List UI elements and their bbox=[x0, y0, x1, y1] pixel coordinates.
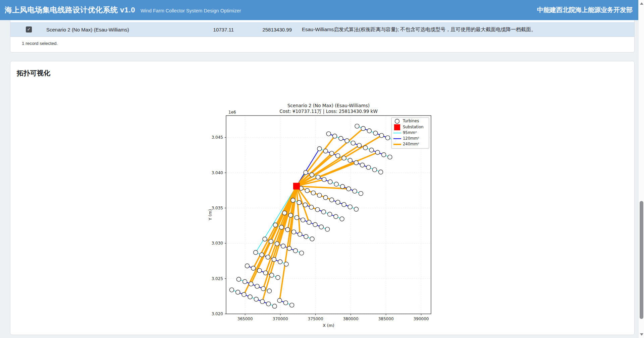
scrollbar-thumb[interactable] bbox=[640, 201, 643, 319]
legend-label: 120mm² bbox=[403, 136, 419, 141]
y-axis-offset-label: 1e6 bbox=[228, 110, 236, 115]
y-tick-label: 3.035 bbox=[212, 206, 223, 210]
turbine-marker bbox=[367, 129, 372, 133]
topology-figure: Scenario 2 (No Max) (Esau-Williams)Cost:… bbox=[202, 99, 443, 333]
y-tick-label: 3.040 bbox=[212, 171, 223, 175]
legend-label: 95mm² bbox=[403, 130, 417, 135]
x-tick-label: 370000 bbox=[273, 317, 288, 321]
turbine-marker bbox=[359, 191, 363, 196]
turbine-marker bbox=[345, 139, 349, 143]
y-axis-label: Y (m) bbox=[208, 209, 213, 221]
turbine-marker bbox=[266, 302, 271, 306]
turbine-marker bbox=[307, 220, 311, 224]
turbine-marker bbox=[328, 212, 332, 216]
topology-plot: Scenario 2 (No Max) (Esau-Williams)Cost:… bbox=[202, 99, 443, 332]
turbine-marker bbox=[334, 214, 338, 219]
turbine-marker bbox=[279, 225, 284, 229]
turbine-marker bbox=[311, 191, 316, 195]
turbine-marker bbox=[369, 148, 374, 152]
y-tick-label: 3.030 bbox=[212, 241, 223, 246]
turbine-marker bbox=[382, 152, 386, 157]
turbine-marker bbox=[322, 177, 326, 182]
turbine-marker bbox=[267, 289, 272, 293]
topology-card: 拓扑可视化 Scenario 2 (No Max) (Esau-Williams… bbox=[10, 61, 635, 335]
results-table-card: ✓ Scenario 2 (No Max) (Esau-Williams) 10… bbox=[10, 20, 635, 53]
x-tick-label: 365000 bbox=[237, 317, 253, 321]
turbine-marker bbox=[298, 232, 302, 236]
turbine-marker bbox=[379, 170, 383, 174]
row-checkbox[interactable]: ✓ bbox=[26, 26, 32, 32]
turbine-marker bbox=[354, 160, 359, 165]
turbine-marker bbox=[260, 299, 265, 304]
turbine-marker bbox=[373, 131, 378, 135]
turbine-marker bbox=[291, 230, 296, 234]
turbine-marker bbox=[276, 275, 280, 280]
turbine-marker bbox=[363, 146, 368, 150]
turbine-marker bbox=[249, 282, 253, 286]
turbine-marker bbox=[272, 257, 276, 262]
turbine-marker bbox=[260, 253, 264, 257]
turbine-marker bbox=[278, 260, 282, 264]
turbine-marker bbox=[261, 286, 265, 291]
page-scrollbar[interactable] bbox=[638, 0, 644, 338]
turbine-marker bbox=[266, 255, 270, 259]
turbine-marker bbox=[284, 262, 288, 266]
turbine-marker bbox=[315, 207, 320, 212]
turbine-marker bbox=[388, 155, 392, 159]
turbine-marker bbox=[360, 163, 365, 167]
turbine-marker bbox=[283, 300, 288, 305]
section-heading: 拓扑可视化 bbox=[10, 61, 634, 78]
turbine-marker bbox=[325, 227, 330, 231]
turbine-marker bbox=[323, 149, 328, 153]
turbine-marker bbox=[346, 187, 351, 191]
turbine-marker bbox=[313, 222, 317, 227]
legend-substation-icon bbox=[394, 124, 400, 130]
turbine-marker bbox=[257, 268, 262, 273]
turbine-marker bbox=[375, 150, 380, 154]
turbine-marker bbox=[342, 202, 346, 207]
turbine-marker bbox=[348, 205, 352, 209]
turbine-marker bbox=[309, 205, 314, 209]
turbine-marker bbox=[385, 136, 390, 140]
chart-title: Scenario 2 (No Max) (Esau-Williams) bbox=[287, 103, 370, 108]
turbine-marker bbox=[304, 171, 308, 175]
turbine-marker bbox=[229, 288, 234, 292]
x-tick-label: 375000 bbox=[308, 317, 323, 321]
turbine-marker bbox=[255, 284, 259, 288]
turbine-marker bbox=[294, 215, 299, 220]
turbine-marker bbox=[291, 198, 295, 202]
turbine-marker bbox=[242, 292, 246, 297]
x-tick-label: 390000 bbox=[414, 317, 429, 321]
turbine-marker bbox=[310, 173, 314, 177]
turbine-marker bbox=[317, 193, 322, 197]
turbine-marker bbox=[326, 132, 331, 136]
selection-status: 1 record selected. bbox=[22, 41, 58, 46]
turbine-marker bbox=[317, 147, 322, 151]
turbine-marker bbox=[316, 175, 320, 179]
x-axis-label: X (m) bbox=[323, 323, 334, 328]
scenario-name-cell: Scenario 2 (No Max) (Esau-Williams) bbox=[46, 22, 129, 37]
turbine-marker bbox=[310, 237, 314, 241]
turbine-marker bbox=[361, 126, 365, 131]
description-cell: Esau-Williams启发式算法(权衡距离与容量); 不包含可选电缆型号，且… bbox=[302, 22, 536, 37]
turbine-marker bbox=[303, 203, 308, 207]
turbine-marker bbox=[354, 207, 359, 211]
turbine-marker bbox=[285, 227, 290, 232]
turbine-marker bbox=[339, 136, 343, 141]
table-row[interactable]: ✓ Scenario 2 (No Max) (Esau-Williams) 10… bbox=[10, 22, 634, 37]
turbine-marker bbox=[379, 133, 384, 138]
app-title: 海上风电场集电线路设计优化系统 v1.0 bbox=[5, 5, 135, 15]
turbine-marker bbox=[321, 210, 326, 214]
legend-label: 240mm² bbox=[403, 142, 419, 146]
turbine-marker bbox=[351, 141, 355, 145]
chart-subtitle: Cost: ¥10737.11万 | Loss: 25813430.99 kW bbox=[279, 109, 378, 114]
turbine-marker bbox=[300, 251, 304, 255]
scrollbar-up-icon[interactable] bbox=[640, 2, 643, 5]
turbine-marker bbox=[342, 156, 346, 160]
scrollbar-down-icon[interactable] bbox=[640, 333, 643, 336]
y-tick-label: 3.045 bbox=[212, 135, 223, 140]
turbine-marker bbox=[319, 225, 323, 229]
turbine-marker bbox=[281, 244, 285, 248]
turbine-marker bbox=[236, 277, 241, 281]
turbine-marker bbox=[332, 134, 337, 138]
